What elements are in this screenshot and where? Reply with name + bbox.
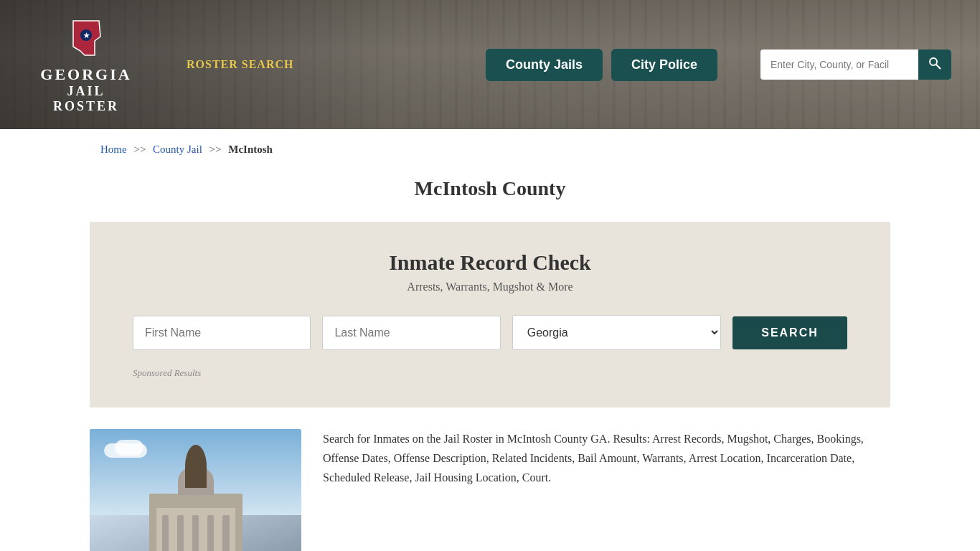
svg-point-4 — [930, 58, 937, 65]
svg-text:★: ★ — [83, 32, 90, 39]
header-search — [760, 50, 951, 80]
breadcrumb-current: McIntosh — [228, 143, 273, 155]
record-form: AlabamaAlaskaArizonaArkansasCaliforniaCo… — [133, 315, 847, 350]
county-jails-button[interactable]: County Jails — [486, 49, 603, 81]
breadcrumb-county-jail[interactable]: County Jail — [153, 143, 202, 155]
courthouse-image — [90, 429, 301, 551]
breadcrumb: Home >> County Jail >> McIntosh — [0, 129, 980, 170]
svg-line-5 — [936, 65, 941, 69]
record-box-title: Inmate Record Check — [133, 250, 847, 275]
first-name-input[interactable] — [133, 316, 311, 350]
header-search-input[interactable] — [760, 52, 918, 77]
last-name-input[interactable] — [322, 316, 500, 350]
state-select[interactable]: AlabamaAlaskaArizonaArkansasCaliforniaCo… — [512, 315, 721, 350]
logo-georgia: GEORGIA — [40, 65, 131, 84]
site-header: ★ GEORGIA JAIL ROSTER ROSTER SEARCH Coun… — [0, 0, 980, 129]
site-logo[interactable]: ★ GEORGIA JAIL ROSTER — [29, 15, 143, 114]
record-search-button[interactable]: SEARCH — [732, 316, 847, 349]
breadcrumb-home[interactable]: Home — [100, 143, 127, 155]
roster-search-link[interactable]: ROSTER SEARCH — [187, 58, 293, 71]
breadcrumb-sep2: >> — [209, 143, 222, 155]
page-title: McIntosh County — [0, 177, 980, 200]
sponsored-text: Sponsored Results — [133, 367, 847, 379]
search-icon — [928, 57, 941, 70]
bottom-description: Search for Inmates on the Jail Roster in… — [323, 429, 890, 488]
nav-buttons: County Jails City Police — [486, 49, 717, 81]
header-content: ★ GEORGIA JAIL ROSTER ROSTER SEARCH Coun… — [0, 15, 980, 114]
logo-roster: ROSTER — [53, 99, 119, 114]
city-police-button[interactable]: City Police — [611, 49, 717, 81]
logo-jail: JAIL — [67, 84, 105, 99]
header-search-button[interactable] — [918, 50, 951, 80]
record-box-subtitle: Arrests, Warrants, Mugshot & More — [133, 281, 847, 293]
georgia-state-icon: ★ — [63, 15, 109, 61]
bottom-section: Search for Inmates on the Jail Roster in… — [0, 408, 980, 551]
record-check-box: Inmate Record Check Arrests, Warrants, M… — [90, 222, 890, 408]
breadcrumb-sep1: >> — [133, 143, 146, 155]
